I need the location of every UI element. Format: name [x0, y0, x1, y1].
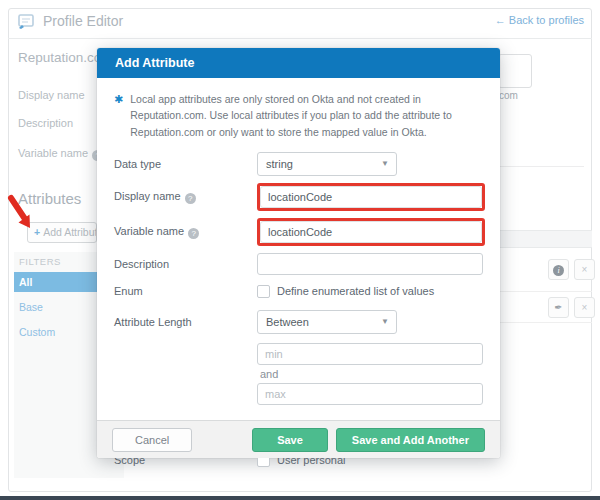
- variable-name-row: Variable name?: [114, 218, 483, 246]
- display-name-input[interactable]: [260, 186, 482, 208]
- help-icon: ?: [185, 193, 196, 204]
- cancel-button[interactable]: Cancel: [112, 428, 192, 452]
- modal-footer: Cancel Save Save and Add Another: [97, 420, 500, 458]
- description-row: Description: [114, 253, 483, 275]
- display-name-row: Display name?: [114, 183, 483, 211]
- description-input[interactable]: [257, 253, 483, 275]
- filter-base[interactable]: Base: [19, 301, 43, 313]
- attribute-length-row: Attribute Length Between ▼: [114, 310, 483, 334]
- bg-field-display-name: Display name: [18, 89, 85, 101]
- and-label: and: [260, 368, 483, 380]
- delete-icon: ×: [582, 302, 588, 313]
- note-text: Local app attributes are only stored on …: [130, 91, 483, 140]
- page-title: Profile Editor: [43, 13, 123, 29]
- attribute-length-select[interactable]: Between ▼: [257, 310, 397, 334]
- delete-icon: ×: [582, 264, 588, 275]
- screen: Profile Editor ← Back to profiles Reputa…: [0, 0, 600, 500]
- bg-field-variable-name: Variable name?: [18, 147, 103, 161]
- panel-divider: [8, 38, 592, 39]
- back-to-profiles-link[interactable]: ← Back to profiles: [495, 14, 584, 26]
- row-edit-button[interactable]: ✒: [548, 297, 569, 318]
- chevron-down-icon: ▼: [381, 311, 389, 333]
- attribute-length-label: Attribute Length: [114, 316, 257, 328]
- app-logo-box: [498, 54, 532, 88]
- profile-editor-icon: [18, 14, 35, 29]
- add-attribute-modal: Add Attribute ✱ Local app attributes are…: [97, 48, 500, 458]
- description-label: Description: [114, 258, 257, 270]
- save-and-add-another-button[interactable]: Save and Add Another: [336, 428, 485, 452]
- display-name-highlight: [257, 183, 485, 211]
- variable-name-label: Variable name?: [114, 225, 257, 239]
- enum-checkbox[interactable]: [257, 285, 270, 298]
- max-length-input[interactable]: [257, 383, 483, 405]
- attributes-table-header: [500, 230, 592, 248]
- variable-name-input[interactable]: [260, 221, 482, 243]
- modal-note: ✱ Local app attributes are only stored o…: [114, 91, 483, 140]
- row-info-button[interactable]: i: [548, 259, 569, 280]
- data-type-label: Data type: [114, 158, 257, 170]
- save-button[interactable]: Save: [252, 428, 328, 452]
- info-icon: i: [553, 265, 564, 276]
- chevron-down-icon: ▼: [381, 153, 389, 175]
- filter-custom[interactable]: Custom: [19, 326, 55, 338]
- filters-label: FILTERS: [19, 256, 61, 267]
- enum-row: Enum Define enumerated list of values: [114, 285, 483, 298]
- bottom-strip: [0, 496, 600, 500]
- asterisk-icon: ✱: [114, 91, 123, 140]
- data-type-row: Data type string ▼: [114, 152, 483, 176]
- modal-title: Add Attribute: [97, 48, 500, 78]
- logo-caption: com: [499, 90, 518, 101]
- row-delete-button[interactable]: ×: [574, 297, 595, 318]
- min-length-input[interactable]: [257, 343, 483, 365]
- right-divider: [500, 166, 584, 167]
- display-name-label: Display name?: [114, 190, 257, 204]
- variable-name-highlight: [257, 218, 485, 246]
- help-icon: ?: [188, 228, 199, 239]
- enum-label: Enum: [114, 285, 257, 297]
- edit-icon: ✒: [554, 302, 562, 313]
- page-header: Profile Editor: [18, 13, 123, 29]
- row-delete-button[interactable]: ×: [574, 259, 595, 280]
- back-arrow-icon: ←: [495, 14, 506, 26]
- red-annotation-arrow: [6, 194, 36, 236]
- data-type-select[interactable]: string ▼: [257, 152, 397, 176]
- bg-field-description: Description: [18, 117, 73, 129]
- add-attribute-button[interactable]: +Add Attribute: [27, 222, 97, 243]
- enum-checkbox-label: Define enumerated list of values: [277, 285, 434, 297]
